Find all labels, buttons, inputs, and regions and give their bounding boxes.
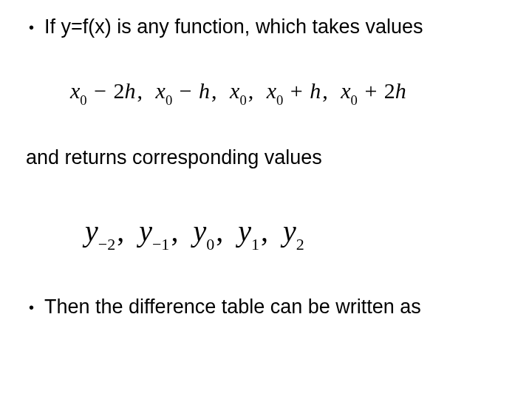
math-op: − [92,78,108,103]
continuation-text: and returns corresponding values [26,146,506,171]
math-comma: , [321,78,335,103]
math-comma: , [115,214,132,248]
math-term-x0-plus-2h: x0 + 2h [341,78,406,107]
math-term-y-minus-1: y−1 [139,214,169,252]
math-term-y-minus-2: y−2 [85,214,115,252]
math-term-x0: x0 [230,78,247,107]
bullet-dot-icon: • [29,295,34,320]
math-comma: , [169,214,185,248]
math-comma: , [210,78,225,103]
math-sub: −1 [152,235,169,253]
math-comma: , [136,78,151,103]
math-sub: 0 [206,235,214,253]
math-sub: 0 [80,92,86,108]
math-var: y [85,214,98,248]
math-var: x [70,78,80,103]
math-op: + [289,78,304,103]
math-var: h [310,78,321,103]
math-term-x0-minus-h: x0 − h [156,78,211,107]
math-op: + [363,78,378,103]
math-var: y [238,214,251,248]
math-term-y-2: y2 [283,214,304,252]
bullet-dot-icon: • [29,15,34,40]
math-var: x [230,78,239,103]
math-comma: , [259,214,276,248]
math-sub: 2 [296,235,304,253]
bullet-item-2: • Then the difference table can be writt… [26,295,506,320]
math-term-y-1: y1 [238,214,259,252]
math-op: − [178,78,194,103]
math-var: x [341,78,350,103]
math-term-x0-minus-2h: x0 − 2h [70,78,136,107]
math-var: x [267,78,276,103]
math-comma: , [247,78,262,103]
math-comma: , [214,214,231,248]
math-y-values: y−2 , y−1 , y0 , y1 , y2 [85,214,506,252]
bullet-text-2: Then the difference table can be written… [44,295,506,320]
math-var: y [193,214,206,248]
math-term-y-0: y0 [193,214,214,252]
bullet-text-1: If y=f(x) is any function, which takes v… [44,15,506,40]
math-x-values: x0 − 2h , x0 − h , x0 , x0 + h , x0 + 2h [70,78,506,107]
math-var: x [156,78,166,103]
math-sub: −2 [98,235,115,253]
math-sub: 0 [239,92,246,108]
math-sub: 1 [251,235,259,253]
math-var: h [125,78,136,103]
math-var: h [199,78,210,103]
bullet-item-1: • If y=f(x) is any function, which takes… [26,15,506,40]
math-sub: 0 [276,92,283,108]
math-num: 2 [384,78,395,103]
math-var: y [139,214,152,248]
math-sub: 0 [351,92,358,108]
math-var: h [395,78,406,103]
math-sub: 0 [166,92,172,108]
math-term-x0-plus-h: x0 + h [267,78,321,107]
math-num: 2 [114,78,125,103]
slide: • If y=f(x) is any function, which takes… [0,0,532,399]
math-var: y [283,214,296,248]
